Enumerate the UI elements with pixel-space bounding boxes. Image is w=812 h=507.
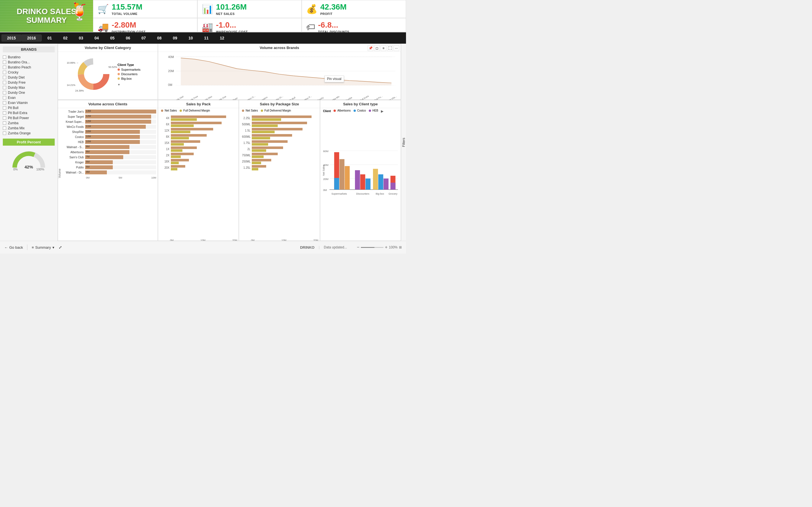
timeline-item-04[interactable]: 04: [89, 34, 105, 42]
brand-checkbox[interactable]: [3, 61, 6, 64]
zoom-minus-btn[interactable]: −: [357, 245, 359, 250]
expand-btn[interactable]: ⛶: [387, 45, 393, 51]
brand-checkbox[interactable]: [3, 131, 6, 135]
net-dot-size: [242, 110, 244, 112]
vol-client-title: Volume by Client Category: [58, 44, 158, 52]
brand-item-dundy-one[interactable]: Dundy One: [3, 90, 55, 95]
brand-checkbox[interactable]: [3, 55, 6, 59]
svg-text:Supermarkets: Supermarkets: [331, 192, 347, 195]
vol-client-chart: Volume by Client Category: [58, 44, 158, 100]
timeline-item-12[interactable]: 12: [214, 34, 230, 42]
brand-item-pit-bull-power[interactable]: Pit Bull Power: [3, 115, 55, 121]
timeline-item-2015[interactable]: 2015: [1, 34, 21, 42]
brand-item-zumba-mix[interactable]: Zumba Mix: [3, 126, 55, 131]
brand-label: Pit Bull: [8, 106, 18, 110]
brand-checkbox[interactable]: [3, 121, 6, 125]
filters-sidebar[interactable]: Filters: [401, 44, 406, 241]
brand-item-zumba-orange[interactable]: Zumba Orange: [3, 131, 55, 136]
bar-supermarkets-3: [345, 166, 350, 190]
gauge-labels: 0% 100%: [13, 168, 44, 171]
bar-margin: [252, 137, 270, 139]
sales-pack-legend: Net Sales Full Delivered Margin: [158, 108, 239, 114]
brand-item-crocky[interactable]: Crocky: [3, 70, 55, 75]
header-kpis: 🛒 115.57M TOTAL VOLUME 📊 101.26M NET SAL…: [93, 0, 406, 32]
net-sales-dot: [161, 110, 163, 112]
brand-item-buratino-peach[interactable]: Buratino Peach: [3, 65, 55, 70]
timeline-item-2016[interactable]: 2016: [21, 34, 42, 42]
h-bar-row: 6X: [161, 122, 236, 127]
h-bar-group: [252, 128, 317, 133]
focus-btn[interactable]: ◻: [374, 45, 380, 51]
filter-btn[interactable]: ≡: [380, 45, 386, 51]
brand-item-evan-vitamin[interactable]: Evan Vitamin: [3, 100, 55, 105]
timeline-item-03[interactable]: 03: [73, 34, 89, 42]
brand-checkbox[interactable]: [3, 91, 6, 94]
brand-item-dundy-free[interactable]: Dundy Free: [3, 80, 55, 85]
expand-icon[interactable]: ⤢: [59, 245, 62, 249]
h-bar-group: [252, 153, 317, 158]
brand-item-buratino-ora...[interactable]: Buratino Ora...: [3, 60, 55, 65]
brand-checkbox[interactable]: [3, 116, 6, 120]
costco-dot: [354, 110, 356, 112]
timeline-item-08[interactable]: 08: [151, 34, 167, 42]
brand-checkbox[interactable]: [3, 111, 6, 115]
brand-item-pit-bull-extra[interactable]: Pit Bull Extra: [3, 110, 55, 115]
brand-label: Buratino Ora...: [8, 60, 30, 64]
bar-net: [252, 165, 266, 168]
timeline-item-11[interactable]: 11: [199, 34, 214, 42]
brand-checkbox[interactable]: [3, 76, 6, 79]
zoom-slider[interactable]: [361, 247, 384, 248]
brand-checkbox[interactable]: [3, 96, 6, 100]
h-bar-row: 600ML: [242, 134, 317, 139]
brand-checkbox[interactable]: [3, 86, 6, 89]
bar-discounters-3: [365, 179, 370, 189]
timeline-item-06[interactable]: 06: [120, 34, 136, 42]
timeline-item-10[interactable]: 10: [183, 34, 199, 42]
page-tab-summary[interactable]: ≡ Summary ▾: [32, 245, 54, 249]
brand-item-dundy-max[interactable]: Dundy Max: [3, 85, 55, 90]
more-btn[interactable]: ···: [394, 45, 399, 51]
brand-checkbox[interactable]: [3, 71, 6, 74]
bar-net: [171, 165, 185, 168]
h-bar-label: 20X: [161, 166, 171, 169]
clients-chart[interactable]: Trader Joe's 13M Super Target 12M Kmart …: [61, 108, 158, 229]
more-button[interactable]: ▼: [117, 83, 140, 86]
brand-checkbox[interactable]: [3, 126, 6, 130]
legend-supermarkets: Supermarkets: [117, 68, 140, 71]
brand-checkbox[interactable]: [3, 101, 6, 105]
client-bar-row: Kmart Super... 12M: [61, 120, 156, 124]
brand-item-dundy-diet[interactable]: Dundy Diet: [3, 75, 55, 80]
bar-supermarkets-2: [340, 159, 345, 189]
brand-item-buratino[interactable]: Buratino: [3, 55, 55, 60]
legend-more[interactable]: ▶: [381, 109, 384, 113]
timeline-item-02[interactable]: 02: [57, 34, 73, 42]
bar-margin: [171, 137, 189, 139]
h-bar-group: [252, 122, 317, 127]
brand-item-zumba[interactable]: Zumba: [3, 121, 55, 126]
pin-btn[interactable]: 📌: [368, 45, 373, 51]
brand-item-pit-bull[interactable]: Pit Bull: [3, 105, 55, 110]
timeline-item-01[interactable]: 01: [42, 34, 57, 42]
brand-checkbox[interactable]: [3, 81, 6, 84]
bar-container: 5M: [85, 165, 156, 169]
back-button[interactable]: ← Go back: [4, 245, 23, 249]
kpi-cell-2: 💰 42.36M PROFIT: [302, 0, 406, 18]
zoom-plus-btn[interactable]: +: [385, 245, 388, 250]
client-bar-row: Walmart - S... 8M: [61, 145, 156, 149]
h-bar-row: 1.25L: [242, 165, 317, 170]
brand-checkbox[interactable]: [3, 66, 6, 69]
fit-screen-icon[interactable]: ⊞: [399, 245, 402, 249]
client-name: Sam's Club: [61, 156, 85, 159]
client-bar-row: Trader Joe's 13M: [61, 110, 156, 114]
svg-text:0M: 0M: [168, 83, 172, 87]
client-name: Super Target: [61, 115, 85, 118]
legend-net-sales: Net Sales: [161, 109, 177, 112]
gauge-container: 42% 0% 100%: [3, 148, 55, 172]
h-bar-group: [252, 115, 317, 121]
brand-item-evan[interactable]: Evan: [3, 95, 55, 100]
timeline-item-09[interactable]: 09: [167, 34, 183, 42]
client-name: Kmart Super...: [61, 120, 85, 123]
brand-checkbox[interactable]: [3, 106, 6, 110]
timeline-item-05[interactable]: 05: [105, 34, 120, 42]
timeline-item-07[interactable]: 07: [136, 34, 152, 42]
